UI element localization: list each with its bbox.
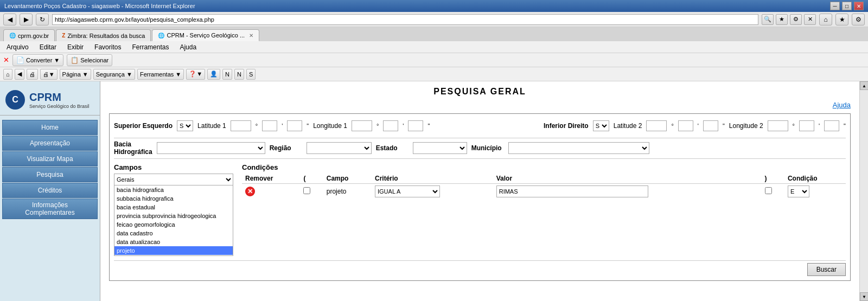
lat2-sec-input[interactable] xyxy=(703,120,718,131)
menu-editar[interactable]: Editar xyxy=(37,42,59,52)
menu-arquivo[interactable]: Arquivo xyxy=(4,42,31,52)
sidebar-item-creditos[interactable]: Créditos xyxy=(2,183,98,198)
logo-text-area: CPRM Serviço Geológico do Brasil xyxy=(29,91,90,109)
stop-icon[interactable]: ✕ xyxy=(3,56,9,64)
search-icon[interactable]: 🔍 xyxy=(762,14,774,25)
menu-ferramentas[interactable]: Ferramentas xyxy=(130,42,171,52)
scroll-up-button[interactable]: ▲ xyxy=(860,81,868,90)
campos-category-select[interactable]: Gerais xyxy=(114,174,233,185)
cond-open-paren-cell xyxy=(300,183,323,199)
lat1-min-input[interactable] xyxy=(262,120,277,131)
cond-valor-cell xyxy=(493,183,762,199)
tools-icon[interactable]: ⚙ xyxy=(790,14,802,25)
tool2-print2[interactable]: 🖨▼ xyxy=(40,69,58,80)
home-button[interactable]: ⌂ xyxy=(819,14,832,25)
scroll-down-button[interactable]: ▼ xyxy=(860,292,868,301)
estado-select[interactable] xyxy=(413,142,467,154)
forward-button[interactable]: ▶ xyxy=(20,14,33,25)
valor-input[interactable] xyxy=(496,185,648,197)
lat2-dir-select[interactable]: SN xyxy=(593,120,609,131)
star-button[interactable]: ★ xyxy=(835,14,848,25)
superior-label: Superior Esquerdo xyxy=(114,122,173,130)
sidebar-item-mapa[interactable]: Visualizar Mapa xyxy=(2,151,98,166)
tool2-pagina[interactable]: Página ▼ xyxy=(60,69,91,80)
cond-criterio-cell: IGUAL A DIFERENTE DE CONTÉM COMEÇA COM xyxy=(372,183,493,199)
campos-item-producao[interactable]: producao xyxy=(114,255,233,256)
campos-item-subbacia[interactable]: subbacia hidrografica xyxy=(114,194,233,203)
help-link[interactable]: Ajuda xyxy=(109,101,851,109)
sidebar-item-apresentacao[interactable]: Apresentação xyxy=(2,136,98,151)
campos-title: Campos xyxy=(114,163,233,171)
cond-campo-value: projeto xyxy=(327,188,347,195)
lat1-deg-input[interactable] xyxy=(231,120,251,131)
menu-ajuda[interactable]: Ajuda xyxy=(177,42,199,52)
regiao-select[interactable] xyxy=(307,142,372,154)
lat2-deg-input[interactable] xyxy=(646,120,667,131)
lat1-dir-select[interactable]: SN xyxy=(177,120,193,131)
campos-item-data-atu[interactable]: data atualizacao xyxy=(114,238,233,246)
maximize-button[interactable]: □ xyxy=(842,2,852,10)
sidebar-item-pesquisa[interactable]: Pesquisa xyxy=(2,167,98,182)
tool2-home[interactable]: ⌂ xyxy=(3,69,12,80)
condicao-select[interactable]: E OU xyxy=(788,185,809,197)
close-paren-checkbox[interactable] xyxy=(765,187,772,194)
back-button[interactable]: ◀ xyxy=(3,14,16,25)
lon2-min-input[interactable] xyxy=(799,120,814,131)
menu-exibir[interactable]: Exibir xyxy=(65,42,86,52)
lon1-sec-input[interactable] xyxy=(408,120,423,131)
lat2-min-input[interactable] xyxy=(678,120,693,131)
campos-item-bacia[interactable]: bacia hidrografica xyxy=(114,185,233,194)
tool2-icons4[interactable]: S xyxy=(246,69,256,80)
municipio-select[interactable] xyxy=(508,142,649,154)
toolbar1: ✕ 📄 Converter ▼ 📋 Selecionar xyxy=(0,53,868,67)
tool2-icons1[interactable]: 👤 xyxy=(207,69,220,80)
close-button[interactable]: ✕ xyxy=(854,2,864,10)
tool2-print[interactable]: 🖨 xyxy=(27,69,38,80)
filters-row: BaciaHidrográfica Região Estado Municípi… xyxy=(114,138,846,159)
selecionar-button[interactable]: 📋 Selecionar xyxy=(67,54,112,66)
open-paren-checkbox[interactable] xyxy=(303,187,310,194)
col-condicao: Condição xyxy=(784,174,846,184)
menu-favoritos[interactable]: Favoritos xyxy=(92,42,123,52)
tool2-seguranca[interactable]: Segurança ▼ xyxy=(93,69,135,80)
tool2-icons3[interactable]: N xyxy=(234,69,244,80)
campos-item-bacia-estadual[interactable]: bacia estadual xyxy=(114,203,233,212)
tab-zimbra[interactable]: Z Zimbra: Resultados da busca xyxy=(56,29,151,41)
cond-remove-cell: ✕ xyxy=(242,183,300,199)
lon1-deg-input[interactable] xyxy=(352,120,372,131)
campos-item-projeto[interactable]: projeto xyxy=(114,246,233,255)
remove-row-button[interactable]: ✕ xyxy=(245,187,255,196)
buscar-button[interactable]: Buscar xyxy=(807,263,846,276)
bacia-label: BaciaHidrográfica xyxy=(114,140,152,156)
sidebar-item-info[interactable]: InformaçõesComplementares xyxy=(2,198,98,219)
lon2-deg-input[interactable] xyxy=(768,120,788,131)
tab-cprm[interactable]: 🌐 cprm.gov.br xyxy=(3,29,55,41)
minimize-button[interactable]: ─ xyxy=(830,2,840,10)
campos-item-provincia[interactable]: provincia subprovincia hidrogeologica xyxy=(114,212,233,220)
tab-active[interactable]: 🌐 CPRM - Serviço Geológico ... ✕ xyxy=(152,29,259,41)
lat1-sec-input[interactable] xyxy=(287,120,302,131)
campos-item-data-cad[interactable]: data cadastro xyxy=(114,229,233,238)
deg-sym2: ° xyxy=(376,123,379,129)
col-remover: Remover xyxy=(242,174,300,184)
tool2-arrow[interactable]: ◀ xyxy=(15,69,24,80)
refresh-button[interactable]: ↻ xyxy=(36,14,49,25)
favorites-icon[interactable]: ★ xyxy=(776,14,788,25)
tools-button[interactable]: ⚙ xyxy=(852,14,865,25)
tab-close-icon[interactable]: ✕ xyxy=(249,33,253,39)
close-page-icon[interactable]: ✕ xyxy=(804,14,816,25)
bacia-select[interactable] xyxy=(157,142,265,154)
tool2-ferramentas[interactable]: Ferramentas ▼ xyxy=(137,69,184,80)
campos-item-feicao[interactable]: feicao geomorfologica xyxy=(114,220,233,229)
tool2-help[interactable]: ❓▼ xyxy=(186,69,205,80)
converter-button[interactable]: 📄 Converter ▼ xyxy=(12,54,63,66)
sidebar-nav: Home Apresentação Visualizar Mapa Pesqui… xyxy=(0,120,100,219)
address-input[interactable] xyxy=(52,14,758,25)
tool2-icons2[interactable]: N xyxy=(222,69,232,80)
sidebar-item-home[interactable]: Home xyxy=(2,120,98,135)
criterio-select[interactable]: IGUAL A DIFERENTE DE CONTÉM COMEÇA COM xyxy=(375,185,440,197)
lon2-sec-input[interactable] xyxy=(824,120,839,131)
right-scrollbar: ▲ ▼ xyxy=(859,81,868,301)
lon1-min-input[interactable] xyxy=(383,120,398,131)
estado-label: Estado xyxy=(376,144,409,152)
